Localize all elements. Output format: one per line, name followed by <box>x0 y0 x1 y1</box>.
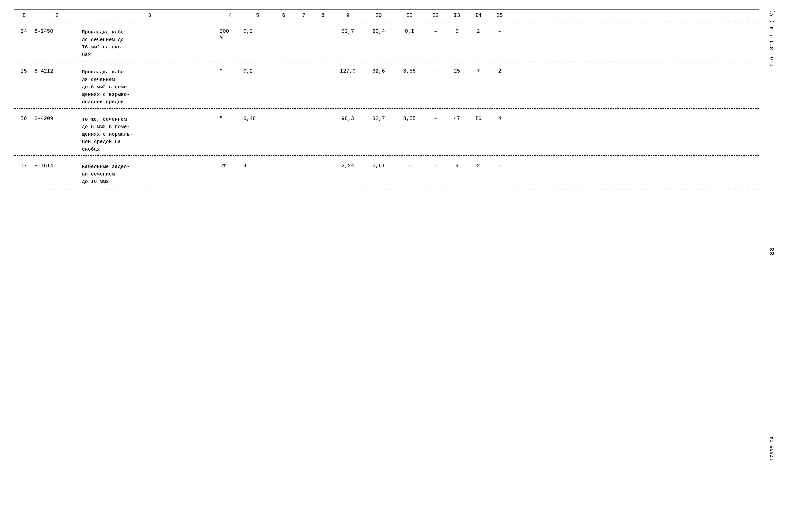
row3-col11: 8,55 <box>394 116 425 122</box>
row4-col1: I7 <box>14 163 33 169</box>
row1-col15: – <box>489 28 510 34</box>
row1-col14: 2 <box>467 28 489 34</box>
bottom-right-label: 17838.04 <box>769 436 775 461</box>
row1-col1: I4 <box>14 28 33 34</box>
table-row: I4 8-I450 Прокладка кабе-ля сечением доI… <box>14 21 759 61</box>
row1-col9: 5I,7 <box>332 28 363 34</box>
row1-col12: – <box>425 28 446 34</box>
header-col-6: 6 <box>273 12 294 19</box>
header-col-4: 4 <box>219 12 242 19</box>
row1-col10: 20,4 <box>363 28 394 34</box>
row4-col4: шт <box>219 163 242 169</box>
header-col-15: I5 <box>489 12 510 19</box>
table-row: I6 8-4209 То же, сечениемдо 6 мм2 в поме… <box>14 109 759 156</box>
row4-col12: – <box>425 163 446 169</box>
row2-col14: 7 <box>467 68 489 74</box>
row2-col9: I27,0 <box>332 68 363 74</box>
row1-col5: 0,I <box>242 28 273 34</box>
row4-col10: 0,6I <box>363 163 394 169</box>
row2-col12: – <box>425 68 446 74</box>
header-row: I 2 3 4 5 6 7 8 9 IO II I2 I3 I4 I5 <box>14 9 759 21</box>
page-container: т.н. 801-9-4 (IV) 88 17838.04 I 2 3 4 5 … <box>0 0 785 532</box>
row4-col3: Кабельные задел-ки сечениемдо I6 мм2 <box>81 163 219 185</box>
row3-col2: 8-4209 <box>33 116 81 122</box>
header-col-8: 8 <box>313 12 332 19</box>
row1-col3: Прокладка кабе-ля сечением доI6 мм2 на с… <box>81 28 219 58</box>
row4-col5: 4 <box>242 163 273 169</box>
row3-col4: " <box>219 116 242 122</box>
row1-col13: 5 <box>446 28 467 34</box>
row2-col13: 25 <box>446 68 467 74</box>
header-col-14: I4 <box>467 12 489 19</box>
row4-col2: 8-I6I4 <box>33 163 81 169</box>
row3-col10: 32,7 <box>363 116 394 122</box>
header-col-2: 2 <box>33 12 81 19</box>
row3-col5: 0,48 <box>242 116 273 122</box>
row2-col4: " <box>219 68 242 74</box>
header-col-13: I3 <box>446 12 467 19</box>
row3-col15: 4 <box>489 116 510 122</box>
header-col-10: IO <box>363 12 394 19</box>
table-row: I5 8-42I2 Прокладка кабе-ля сечениемдо 6… <box>14 61 759 109</box>
row3-col1: I6 <box>14 116 33 122</box>
row3-col3: То же, сечениемдо 6 мм2 в поме-щениях с … <box>81 116 219 153</box>
top-right-label: т.н. 801-9-4 (IV) <box>769 9 775 66</box>
row2-col1: I5 <box>14 68 33 74</box>
row4-col9: 2,24 <box>332 163 363 169</box>
row2-col3: Прокладка кабе-ля сечениемдо 6 мм2 в пом… <box>81 68 219 106</box>
row3-col12: – <box>425 116 446 122</box>
row2-col15: 2 <box>489 68 510 74</box>
header-col-1: I <box>14 12 33 19</box>
row4-col13: 9 <box>446 163 467 169</box>
header-col-9: 9 <box>332 12 363 19</box>
row3-col13: 47 <box>446 116 467 122</box>
row2-col5: 0,2 <box>242 68 273 74</box>
right-annotations: т.н. 801-9-4 (IV) 88 17838.04 <box>760 0 784 532</box>
row2-col10: 32,6 <box>363 68 394 74</box>
header-col-11: II <box>394 12 425 19</box>
row4-col14: 2 <box>467 163 489 169</box>
row1-col2: 8-I450 <box>33 28 81 34</box>
row2-col11: 8,55 <box>394 68 425 74</box>
row4-col11: – <box>394 163 425 169</box>
page-number: 88 <box>768 247 776 256</box>
header-col-12: I2 <box>425 12 446 19</box>
header-col-5: 5 <box>242 12 273 19</box>
row1-col4: I00м <box>219 28 242 40</box>
row1-col11: 0,I <box>394 28 425 34</box>
table-row: I7 8-I6I4 Кабельные задел-ки сечениемдо … <box>14 156 759 188</box>
row3-col14: I6 <box>467 116 489 122</box>
row4-col15: – <box>489 163 510 169</box>
row2-col2: 8-42I2 <box>33 68 81 74</box>
header-col-7: 7 <box>294 12 313 19</box>
header-col-3: 3 <box>81 12 219 19</box>
main-table: I 2 3 4 5 6 7 8 9 IO II I2 I3 I4 I5 I4 8… <box>14 9 759 188</box>
row3-col9: 98,3 <box>332 116 363 122</box>
